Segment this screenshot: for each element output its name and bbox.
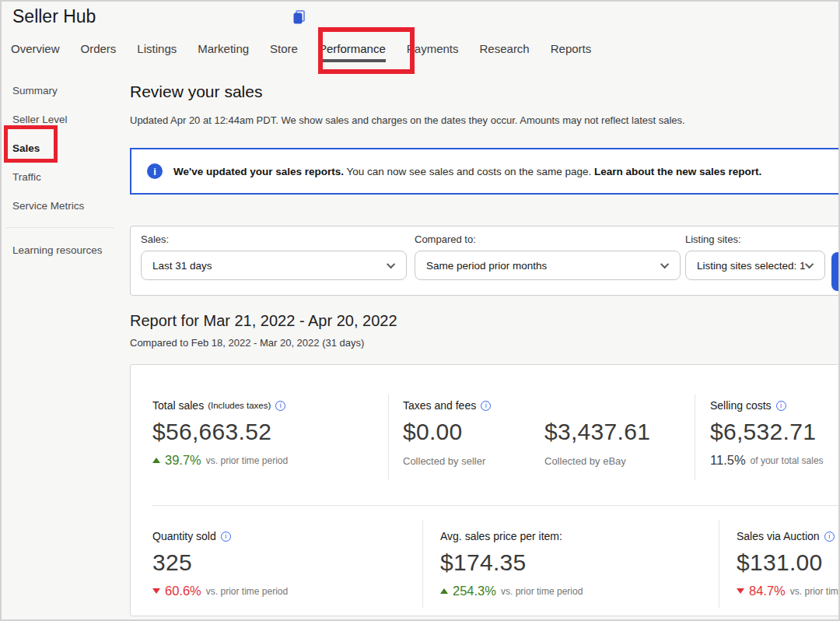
tab-research[interactable]: Research [480,40,530,62]
metric-value: $6,532.71 [710,419,824,445]
sales-filter-value: Last 31 days [152,260,212,272]
metric-value: 325 [152,549,288,576]
metric-label: Taxes and fees [403,399,686,412]
sidebar-item-sales[interactable]: Sales [2,134,118,163]
divider [152,505,840,506]
tab-store[interactable]: Store [270,40,298,62]
metric-total-sales: Total sales (Includes taxes) $56,663.52 … [152,399,288,468]
sidebar-item-summary[interactable]: Summary [2,76,118,105]
tab-payments[interactable]: Payments [407,40,459,62]
sales-filter-dropdown[interactable]: Last 31 days [141,251,407,280]
listing-sites-dropdown[interactable]: Listing sites selected: 1 [685,251,825,280]
app-title: Seller Hub [12,6,96,27]
metric-value: $0.00 [403,419,544,445]
chevron-down-icon [805,260,814,268]
divider [719,521,719,608]
sidebar-divider [5,227,114,228]
metric-value: $3,437.61 [544,419,686,445]
top-navigation: Overview Orders Listings Marketing Store… [11,40,591,62]
report-title: Report for Mar 21, 2022 - Apr 20, 2022 [130,312,397,330]
metric-share: 11.5% of your total sales [710,453,824,468]
metric-value: $56,663.52 [152,419,288,445]
tab-reports[interactable]: Reports [551,40,592,62]
info-icon[interactable] [776,401,786,411]
tab-performance[interactable]: Performance [319,40,386,62]
metrics-card: Total sales (Includes taxes) $56,663.52 … [130,364,840,616]
metric-taxes-and-fees: Taxes and fees $0.00 Collected by seller… [403,399,686,467]
metric-avg-sales-price: Avg. sales price per item: $174.35 254.3… [440,530,583,598]
metric-value: $174.35 [440,549,583,576]
metric-change: 84.7% vs. prior time period [737,584,840,598]
info-icon[interactable] [221,532,231,542]
info-icon[interactable] [481,401,491,411]
compared-to-value: Same period prior months [426,260,547,272]
metric-caption: Collected by eBay [544,455,686,467]
seller-hub-page: Seller Hub Overview Orders Listings Mark… [0,0,840,621]
apply-button[interactable] [831,252,840,291]
compared-to-filter-label: Compared to: [415,233,476,245]
tab-orders[interactable]: Orders [81,40,117,62]
info-icon [147,163,163,179]
filter-panel: Sales: Last 31 days Compared to: Same pe… [130,226,840,296]
sales-filter-label: Sales: [141,233,169,245]
metric-change: 254.3% vs. prior time period [440,584,583,598]
updated-note: Updated Apr 20 at 12:44am PDT. We show s… [130,114,685,126]
arrow-down-icon [737,588,744,594]
metric-sublabel: (Includes taxes) [208,401,271,410]
metric-sales-via-auction: Sales via Auction $131.00 84.7% vs. prio… [737,530,840,598]
banner-link[interactable]: Learn about the new sales report [594,166,759,177]
metric-caption: Collected by seller [403,455,544,467]
sidebar-item-seller-level[interactable]: Seller Level [2,105,118,134]
banner-text: We've updated your sales reports. You ca… [173,166,761,177]
metric-label: Total sales (Includes taxes) [152,399,288,412]
tab-listings[interactable]: Listings [137,40,177,62]
metric-quantity-sold: Quantity sold 325 60.6% vs. prior time p… [152,530,288,598]
banner-trailing: . [759,166,762,177]
divider [695,395,695,480]
arrow-down-icon [152,588,160,594]
tab-marketing[interactable]: Marketing [198,40,249,62]
tab-overview[interactable]: Overview [11,40,60,62]
banner-body: You can now see sales and costs on the s… [344,166,594,177]
arrow-up-icon [440,588,448,594]
arrow-up-icon [152,458,160,463]
divider [422,521,423,608]
page-title: Review your sales [130,82,262,101]
listing-sites-filter-label: Listing sites: [685,233,741,245]
sidebar-item-traffic[interactable]: Traffic [2,163,118,191]
info-icon[interactable] [824,532,835,542]
sidebar-item-learning-resources[interactable]: Learning resources [12,244,103,256]
report-subtitle: Compared to Feb 18, 2022 - Mar 20, 2022 … [130,337,364,349]
compared-to-dropdown[interactable]: Same period prior months [415,251,681,280]
taxes-collected-by-ebay: $3,437.61 Collected by eBay [544,412,686,467]
sidebar-item-service-metrics[interactable]: Service Metrics [2,191,118,220]
pages-icon [292,10,306,28]
info-icon[interactable] [275,401,285,411]
info-banner: We've updated your sales reports. You ca… [130,148,840,195]
sidebar: Summary Seller Level Sales Traffic Servi… [2,76,118,220]
metric-label: Sales via Auction [737,530,840,542]
chevron-down-icon [387,260,395,268]
divider [388,395,389,480]
metric-label: Avg. sales price per item: [440,530,583,542]
taxes-collected-by-seller: $0.00 Collected by seller [403,412,544,467]
metric-value: $131.00 [737,549,840,576]
metric-selling-costs: Selling costs $6,532.71 11.5% of your to… [710,399,824,468]
metric-label: Selling costs [710,399,824,412]
listing-sites-value: Listing sites selected: 1 [697,260,806,272]
metric-change: 60.6% vs. prior time period [152,584,288,598]
banner-bold-intro: We've updated your sales reports. [173,166,344,177]
metric-change: 39.7% vs. prior time period [152,453,288,468]
metric-label: Quantity sold [152,530,288,542]
chevron-down-icon [660,260,669,268]
